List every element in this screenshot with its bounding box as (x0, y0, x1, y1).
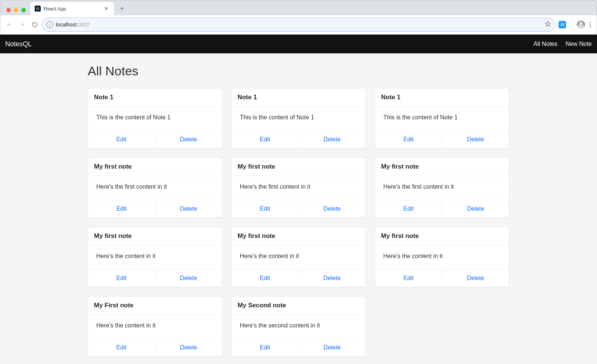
notes-grid: Note 1This is the content of Note 1EditD… (88, 88, 509, 357)
delete-button[interactable]: Delete (155, 339, 222, 356)
note-actions: EditDelete (375, 131, 509, 148)
note-card: My first noteHere's the first content in… (231, 157, 366, 218)
page-viewport: NotesQL All Notes New Note All Notes Not… (0, 35, 597, 364)
delete-button[interactable]: Delete (155, 200, 222, 217)
note-actions: EditDelete (232, 131, 366, 148)
note-title: Note 1 (232, 88, 366, 107)
note-content: Here's the content in it (88, 245, 222, 269)
note-card: My Second noteHere's the second content … (231, 296, 366, 357)
nav-forward-button[interactable] (17, 19, 27, 30)
delete-button[interactable]: Delete (442, 200, 509, 217)
delete-button[interactable]: Delete (298, 270, 366, 287)
browser-chrome: React App ✕ + i localhost:3002 FI (0, 0, 597, 35)
note-card: My First noteHere's the content in itEdi… (88, 296, 222, 357)
note-title: My First note (88, 296, 222, 315)
note-content: This is the content of Note 1 (88, 107, 222, 131)
delete-button[interactable]: Delete (442, 131, 509, 148)
delete-button[interactable]: Delete (155, 270, 222, 287)
tab-title: React App (44, 6, 100, 12)
note-title: My first note (88, 227, 222, 245)
browser-menu-icon[interactable] (587, 22, 593, 28)
nav-link-new-note[interactable]: New Note (566, 41, 592, 47)
tab-close-icon[interactable]: ✕ (103, 6, 109, 11)
delete-button[interactable]: Delete (442, 270, 509, 287)
main-container: All Notes Note 1This is the content of N… (84, 53, 513, 364)
profile-avatar[interactable] (577, 21, 585, 29)
edit-button[interactable]: Edit (88, 200, 155, 217)
delete-button[interactable]: Delete (155, 131, 222, 148)
delete-button[interactable]: Delete (298, 131, 366, 148)
browser-tab[interactable]: React App ✕ (30, 2, 114, 15)
note-actions: EditDelete (88, 269, 222, 287)
url-host: localhost: (56, 22, 78, 28)
url-text: localhost:3002 (56, 22, 90, 28)
nav-link-all-notes[interactable]: All Notes (534, 41, 557, 47)
note-title: My Second note (232, 296, 366, 315)
note-title: Note 1 (375, 88, 509, 107)
app-navbar: NotesQL All Notes New Note (0, 35, 597, 53)
site-info-icon[interactable]: i (46, 21, 53, 28)
edit-button[interactable]: Edit (232, 270, 298, 287)
delete-button[interactable]: Delete (298, 200, 366, 217)
brand[interactable]: NotesQL (5, 40, 32, 48)
note-card: My first noteHere's the first content in… (375, 157, 509, 218)
page-title: All Notes (88, 64, 509, 78)
edit-button[interactable]: Edit (375, 200, 442, 217)
note-actions: EditDelete (88, 200, 222, 217)
delete-button[interactable]: Delete (298, 339, 366, 356)
note-card: My first noteHere's the content in itEdi… (375, 227, 509, 287)
new-tab-button[interactable]: + (117, 3, 127, 14)
edit-button[interactable]: Edit (88, 339, 155, 356)
note-content: Here's the first content in it (88, 176, 222, 200)
note-card: Note 1This is the content of Note 1EditD… (231, 88, 366, 148)
minimize-window-icon[interactable] (14, 8, 18, 12)
note-content: Here's the first content in it (375, 176, 509, 200)
note-card: My first noteHere's the content in itEdi… (231, 227, 366, 287)
note-actions: EditDelete (375, 269, 509, 287)
edit-button[interactable]: Edit (232, 131, 298, 148)
nav-back-button[interactable] (4, 19, 15, 30)
edit-button[interactable]: Edit (375, 131, 442, 148)
note-actions: EditDelete (232, 200, 366, 217)
edit-button[interactable]: Edit (88, 270, 155, 287)
note-title: My first note (232, 227, 366, 245)
reload-button[interactable] (29, 19, 40, 30)
edit-button[interactable]: Edit (232, 200, 298, 217)
note-actions: EditDelete (375, 200, 509, 217)
note-content: Here's the content in it (232, 245, 366, 269)
note-title: My first note (232, 158, 366, 176)
note-title: My first note (375, 227, 509, 245)
svg-point-1 (36, 8, 40, 9)
tab-strip: React App ✕ + (0, 0, 597, 15)
note-card: My first noteHere's the content in itEdi… (88, 227, 222, 287)
bookmark-icon[interactable] (545, 21, 551, 28)
toolbar-separator (572, 21, 572, 28)
window-controls (4, 8, 30, 15)
note-card: Note 1This is the content of Note 1EditD… (88, 88, 222, 148)
note-content: Here's the second content in it (232, 315, 366, 339)
note-content: This is the content of Note 1 (375, 107, 509, 131)
note-actions: EditDelete (88, 339, 222, 356)
note-content: This is the content of Note 1 (232, 107, 366, 131)
extension-icon[interactable]: FI (559, 21, 566, 28)
close-window-icon[interactable] (6, 8, 11, 12)
note-content: Here's the content in it (375, 245, 509, 269)
note-title: My first note (375, 158, 509, 176)
edit-button[interactable]: Edit (88, 131, 155, 148)
edit-button[interactable]: Edit (232, 339, 298, 356)
note-content: Here's the first content in it (232, 176, 366, 200)
note-actions: EditDelete (232, 339, 366, 356)
note-title: My first note (88, 158, 222, 176)
note-card: Note 1This is the content of Note 1EditD… (375, 88, 509, 148)
address-bar[interactable]: i localhost:3002 (42, 18, 555, 32)
note-card: My first noteHere's the first content in… (88, 157, 222, 218)
maximize-window-icon[interactable] (21, 8, 26, 12)
svg-marker-4 (545, 21, 550, 26)
url-port: 3002 (78, 22, 90, 28)
edit-button[interactable]: Edit (375, 270, 442, 287)
note-actions: EditDelete (88, 131, 222, 148)
note-actions: EditDelete (232, 269, 366, 287)
react-favicon-icon (35, 6, 41, 12)
browser-toolbar: i localhost:3002 FI (0, 15, 597, 34)
note-content: Here's the content in it (88, 315, 222, 339)
